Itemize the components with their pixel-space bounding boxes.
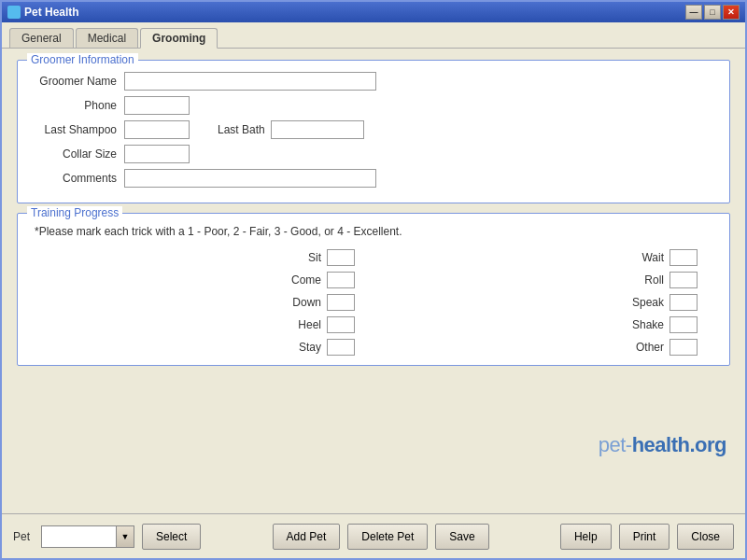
collar-size-input[interactable] xyxy=(124,145,190,163)
sit-input[interactable] xyxy=(327,249,355,266)
add-pet-button[interactable]: Add Pet xyxy=(273,524,341,550)
trick-row-stay: Stay xyxy=(31,339,374,356)
shake-input[interactable] xyxy=(669,316,698,333)
maximize-button[interactable]: □ xyxy=(704,5,721,20)
wait-input[interactable] xyxy=(669,249,698,266)
stay-input[interactable] xyxy=(327,339,355,356)
pet-combo[interactable]: ▼ xyxy=(41,525,134,548)
groomer-name-row: Groomer Name xyxy=(31,72,716,91)
help-button[interactable]: Help xyxy=(560,524,612,550)
trick-row-speak: Speak xyxy=(374,294,716,311)
speak-input[interactable] xyxy=(669,294,698,311)
tab-medical[interactable]: Medical xyxy=(76,28,138,48)
delete-pet-button[interactable]: Delete Pet xyxy=(347,524,428,550)
close-window-button[interactable]: ✕ xyxy=(723,5,740,20)
trick-row-heel: Heel xyxy=(31,316,374,333)
wait-label: Wait xyxy=(627,251,664,264)
save-button[interactable]: Save xyxy=(435,524,488,550)
training-note: *Please mark each trick with a 1 - Poor,… xyxy=(31,225,716,238)
phone-label: Phone xyxy=(31,99,124,112)
trick-row-roll: Roll xyxy=(374,272,716,288)
watermark-prefix: pet- xyxy=(599,433,632,456)
last-shampoo-input[interactable] xyxy=(124,120,190,139)
roll-input[interactable] xyxy=(669,272,698,288)
footer: Pet ▼ Select Add Pet Delete Pet Save Hel… xyxy=(2,513,745,558)
pet-input[interactable] xyxy=(41,525,116,548)
roll-label: Roll xyxy=(627,273,664,287)
select-button[interactable]: Select xyxy=(142,524,201,550)
come-input[interactable] xyxy=(327,272,355,288)
trick-row-sit: Sit xyxy=(31,249,374,266)
watermark-suffix: health.org xyxy=(632,433,726,456)
down-input[interactable] xyxy=(327,294,355,311)
trick-row-shake: Shake xyxy=(374,316,716,333)
training-section-label: Training Progress xyxy=(27,206,122,219)
title-bar: Pet Health — □ ✕ xyxy=(2,2,745,22)
watermark: pet-health.org xyxy=(599,433,726,457)
last-bath-label: Last Bath xyxy=(218,123,265,136)
shampoo-bath-row: Last Shampoo Last Bath xyxy=(31,120,716,139)
speak-label: Speak xyxy=(627,296,664,309)
comments-input[interactable] xyxy=(124,169,376,188)
come-label: Come xyxy=(284,273,321,287)
phone-row: Phone xyxy=(31,96,716,115)
groomer-info-section: Groomer Information Groomer Name Phone L… xyxy=(17,60,730,203)
window-controls: — □ ✕ xyxy=(685,5,740,20)
close-button[interactable]: Close xyxy=(677,524,734,550)
tab-bar: General Medical Grooming xyxy=(2,22,745,49)
app-icon xyxy=(7,6,21,19)
collar-size-row: Collar Size xyxy=(31,145,716,163)
other-label: Other xyxy=(627,341,664,354)
main-window: Pet Health — □ ✕ General Medical Groomin… xyxy=(0,0,747,560)
window-title: Pet Health xyxy=(24,6,685,19)
trick-row-down: Down xyxy=(31,294,374,311)
stay-label: Stay xyxy=(284,341,321,354)
minimize-button[interactable]: — xyxy=(685,5,702,20)
groomer-name-label: Groomer Name xyxy=(31,75,124,88)
shake-label: Shake xyxy=(627,318,664,331)
tricks-col-left: Sit Come Down Heel xyxy=(31,249,374,356)
heel-label: Heel xyxy=(284,318,321,331)
trick-row-wait: Wait xyxy=(374,249,716,266)
sit-label: Sit xyxy=(284,251,321,264)
trick-row-other: Other xyxy=(374,339,716,356)
main-content: Groomer Information Groomer Name Phone L… xyxy=(2,49,745,513)
print-button[interactable]: Print xyxy=(619,524,670,550)
pet-dropdown-arrow[interactable]: ▼ xyxy=(116,525,134,548)
pet-label: Pet xyxy=(13,530,30,543)
tricks-col-right: Wait Roll Speak Shake xyxy=(374,249,716,356)
comments-row: Comments xyxy=(31,169,716,188)
training-section: Training Progress *Please mark each tric… xyxy=(17,213,730,366)
trick-row-come: Come xyxy=(31,272,374,288)
groomer-name-input[interactable] xyxy=(124,72,376,91)
heel-input[interactable] xyxy=(327,316,355,333)
comments-label: Comments xyxy=(31,172,124,185)
down-label: Down xyxy=(284,296,321,309)
last-bath-input[interactable] xyxy=(271,120,364,139)
groomer-section-label: Groomer Information xyxy=(27,53,138,66)
last-shampoo-label: Last Shampoo xyxy=(31,123,124,136)
collar-size-label: Collar Size xyxy=(31,147,124,161)
phone-input[interactable] xyxy=(124,96,190,115)
other-input[interactable] xyxy=(669,339,698,356)
tricks-grid: Sit Come Down Heel xyxy=(31,249,716,356)
tab-general[interactable]: General xyxy=(9,28,74,48)
tab-grooming[interactable]: Grooming xyxy=(140,28,218,49)
